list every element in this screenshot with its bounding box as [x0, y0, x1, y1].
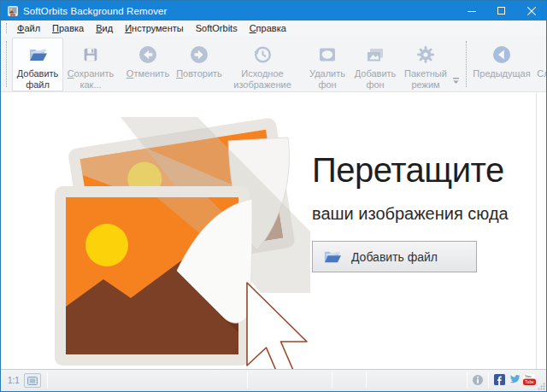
- toolbar-group-background: Удалить фон Добавить фон: [303, 38, 453, 91]
- undo-button[interactable]: Отменить: [123, 38, 173, 91]
- info-button[interactable]: [472, 374, 484, 386]
- remove-background-icon: [317, 43, 338, 67]
- youtube-icon: You Tube: [523, 374, 536, 385]
- svg-text:You: You: [525, 374, 532, 378]
- remove-background-label: Удалить фон: [305, 68, 350, 90]
- open-folder-icon: [322, 249, 343, 266]
- statusbar-separator: [247, 372, 248, 389]
- minimize-button[interactable]: [456, 1, 486, 20]
- facebook-button[interactable]: [494, 374, 506, 386]
- statusbar-separator: [488, 372, 489, 389]
- next-label: Следующая: [537, 68, 547, 79]
- statusbar-separator: [467, 372, 468, 389]
- menu-edit[interactable]: Правка: [46, 21, 90, 35]
- menu-file[interactable]: Файл: [11, 21, 46, 35]
- add-file-main-button[interactable]: Добавить файл: [312, 241, 477, 272]
- original-image-label: Исходное изображение: [226, 68, 298, 90]
- close-icon: [527, 7, 536, 15]
- batch-mode-label: Пакетный режим: [401, 68, 450, 90]
- titlebar[interactable]: SoftOrbits Background Remover: [1, 1, 546, 20]
- app-window: SoftOrbits Background Remover Файл Правк…: [0, 0, 547, 392]
- menu-softorbits[interactable]: SoftOrbits: [190, 21, 244, 35]
- twitter-button[interactable]: [509, 374, 521, 386]
- panel-edge-line: [536, 93, 537, 369]
- add-background-label: Добавить фон: [351, 68, 399, 90]
- fit-screen-icon: [27, 377, 38, 385]
- nav-toolbar-grip[interactable]: [466, 41, 468, 87]
- redo-label: Повторить: [176, 68, 222, 79]
- redo-button[interactable]: Повторить: [173, 38, 226, 91]
- facebook-icon: [494, 374, 505, 385]
- menubar-grip[interactable]: [6, 23, 8, 33]
- original-image-button[interactable]: Исходное изображение: [226, 38, 299, 91]
- content-area[interactable]: Перетащите ваши изображения сюда Добавит…: [1, 93, 546, 369]
- drop-illustration: [54, 115, 310, 382]
- previous-label: Предыдущая: [473, 68, 530, 79]
- svg-text:Tube: Tube: [525, 380, 534, 384]
- statusbar-separator: [366, 372, 367, 389]
- toolbar: Добавить файл Сохранить как...: [1, 36, 546, 92]
- previous-button[interactable]: Предыдущая: [471, 38, 532, 91]
- menu-help[interactable]: Справка: [244, 21, 292, 35]
- add-background-button[interactable]: Добавить фон: [350, 38, 400, 91]
- info-icon: [472, 374, 484, 386]
- redo-icon: [189, 43, 209, 67]
- toolbar-group-file: Добавить файл Сохранить как...: [10, 38, 120, 91]
- add-file-main-label: Добавить файл: [351, 250, 438, 264]
- add-file-button[interactable]: Добавить файл: [12, 38, 63, 91]
- maximize-button[interactable]: [486, 1, 516, 20]
- resize-grip[interactable]: [538, 383, 545, 390]
- window-title: SoftOrbits Background Remover: [23, 6, 167, 16]
- twitter-icon: [509, 374, 521, 384]
- drop-title: Перетащите: [312, 151, 517, 190]
- menu-bar: Файл Правка Вид Инструменты SoftOrbits С…: [1, 20, 546, 36]
- drop-subtitle: ваши изображения сюда: [312, 204, 517, 224]
- gear-icon: [415, 43, 436, 67]
- history-clock-icon: [252, 43, 273, 67]
- close-button[interactable]: [516, 1, 546, 20]
- undo-label: Отменить: [126, 68, 169, 79]
- menu-tools[interactable]: Инструменты: [119, 21, 190, 35]
- undo-icon: [138, 43, 158, 67]
- cursor-arrow-icon: [247, 283, 307, 377]
- statusbar-separator: [332, 372, 332, 389]
- toolbar-grip[interactable]: [6, 41, 7, 87]
- drop-zone-text: Перетащите ваши изображения сюда Добавит…: [312, 151, 517, 272]
- toolbar-group-navigation: Предыдущая Следующая: [461, 38, 547, 91]
- maximize-icon: [497, 7, 505, 15]
- youtube-button[interactable]: You Tube: [523, 374, 535, 386]
- add-background-icon: [365, 43, 385, 67]
- toolbar-group-history: Отменить Повторить: [121, 38, 301, 91]
- open-folder-icon: [26, 43, 49, 67]
- zoom-1-1-button[interactable]: 1:1: [8, 376, 20, 385]
- menu-view[interactable]: Вид: [90, 21, 119, 35]
- save-as-button[interactable]: Сохранить как...: [63, 38, 118, 91]
- save-icon: [81, 43, 100, 67]
- fit-screen-button[interactable]: [24, 373, 41, 388]
- resize-grip-icon: [538, 383, 545, 390]
- minimize-icon: [468, 7, 476, 15]
- save-as-label: Сохранить как...: [64, 68, 117, 90]
- next-button[interactable]: Следующая: [532, 38, 547, 91]
- statusbar-separator: [47, 372, 48, 389]
- status-bar: 1:1: [1, 369, 546, 391]
- app-icon: [7, 5, 19, 17]
- previous-icon: [491, 43, 512, 67]
- overflow-icon: [453, 78, 459, 85]
- toolbar-overflow-button[interactable]: [453, 73, 459, 89]
- add-file-label: Добавить файл: [13, 68, 62, 90]
- batch-mode-button[interactable]: Пакетный режим: [400, 38, 451, 91]
- remove-background-button[interactable]: Удалить фон: [304, 38, 350, 91]
